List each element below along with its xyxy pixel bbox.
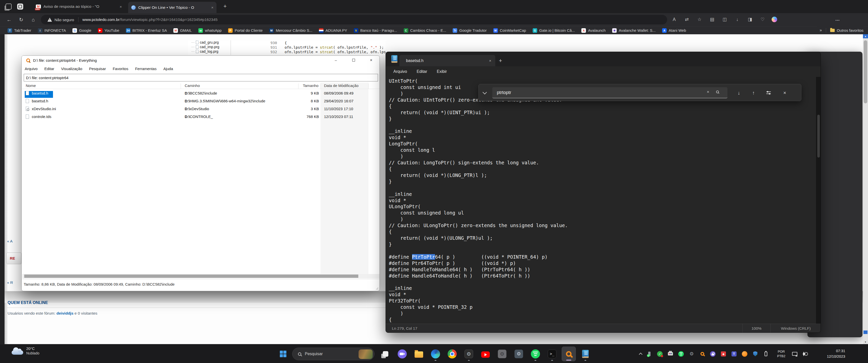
taskbar-terminal-icon[interactable]: >_ [545,346,559,361]
new-tab-button[interactable]: + [221,3,228,10]
scrollbar-thumb[interactable] [24,274,358,278]
workspaces-icon[interactable] [17,3,23,9]
taskbar-file-explorer-icon[interactable] [412,346,426,361]
tray-win-security-icon[interactable] [752,351,758,357]
maximize-button[interactable] [348,57,359,64]
tray-avast-icon[interactable] [741,351,748,357]
scroll-up-icon[interactable]: ▲ [863,34,868,38]
tray-usb-device-icon[interactable] [646,351,652,357]
clock-widget[interactable]: 07:3112/10/2023 [817,349,845,359]
editor-scrollbar[interactable] [816,77,821,324]
taskbar-spotify-icon[interactable] [528,346,542,361]
zoom-level[interactable]: 100% [743,326,770,331]
tray-antivirus-ok-icon[interactable]: ✓ [656,351,663,357]
favorites-star-icon[interactable]: ☆ [696,15,703,23]
menu-item-pesquisar[interactable]: Pesquisar [89,67,106,71]
column-header-nome[interactable]: Nome [26,84,36,88]
anchor-bottom-link[interactable]: « R [7,280,22,285]
home-icon[interactable]: ⌂ [30,16,37,23]
resize-grip[interactable] [376,287,378,290]
bookmark-item[interactable]: ◆Avalanche Wallet: S... [612,28,655,33]
menu-item-editar[interactable]: Editar [413,68,431,75]
scroll-down-icon[interactable]: ▼ [863,340,868,344]
column-header-data[interactable]: Data de Modificação [324,84,359,88]
bookmark-item[interactable]: AAvalaunch [581,28,606,33]
tab-close-icon[interactable]: × [489,59,491,63]
menu-item-ajuda[interactable]: Ajuda [163,67,173,71]
menu-item-exibir[interactable]: Exibir [433,68,451,75]
close-button[interactable]: × [365,57,377,64]
tray-spotify-tray-icon[interactable] [678,351,684,357]
tab-close-icon[interactable]: × [211,5,214,9]
tray-everything-tray-icon[interactable] [699,351,706,357]
column-header-caminho[interactable]: Caminho [185,84,200,88]
search-highlight-image[interactable] [359,350,373,359]
volume-icon[interactable] [803,352,808,357]
extensions-icon[interactable]: ◨ [746,15,753,23]
bookmark-item[interactable]: GGoogle [72,28,91,33]
bookmark-item[interactable]: MCoinMarketCap [493,28,526,33]
menu-item-arquivo[interactable]: Arquivo [390,68,410,75]
tray-gray-tool-icon[interactable]: ⚙ [688,351,695,357]
copilot-icon[interactable] [772,16,777,22]
back-icon[interactable]: ← [5,16,12,23]
weather-widget[interactable]: 20°C Nublado [11,346,39,355]
tree-file-item[interactable]: cad_gru.prg [191,40,219,44]
taskbar-youtube-icon[interactable] [478,346,493,361]
translate-icon[interactable]: ⇄ [683,15,690,23]
taskbar-everything-icon[interactable] [562,346,576,361]
bookmark-item[interactable]: GGate.io | Bitcoin Câ... [533,28,575,33]
menu-item-ferramentas[interactable]: Ferramentas [135,67,156,71]
tray-vpn-lock-icon[interactable] [710,351,716,357]
find-field[interactable]: × [492,87,727,98]
browser-essentials-icon[interactable]: ♡ [759,15,766,23]
horizontal-scrollbar[interactable] [22,274,379,278]
chevron-down-icon[interactable] [483,91,486,94]
bookmarks-overflow-icon[interactable]: » [819,28,822,33]
minimize-button[interactable]: – [330,57,342,64]
reply-button[interactable]: RE [6,253,22,264]
tray-usb-drive-icon[interactable] [763,351,769,357]
anchor-top-link[interactable]: « A [7,239,22,243]
refresh-icon[interactable]: ↻ [18,16,25,23]
bookmark-item[interactable]: AAtani Web [662,28,686,33]
table-row[interactable]: basetsd.hD:\BCC582\include9 KB08/09/2006… [22,90,380,97]
editor-text-area[interactable]: UIntToPtr( const unsigned int ui )// Cau… [386,77,816,324]
notepad-title-bar[interactable]: basetsd.h × + [386,52,820,66]
page-scrollbar[interactable]: ▲ ▼ [863,34,868,344]
bookmark-item[interactable]: TTabTrader [7,28,31,33]
taskbar-settings-gray-icon[interactable]: ⚙ [495,346,509,361]
tab-close-icon[interactable]: × [120,4,122,9]
tab-layers-icon[interactable] [5,3,11,9]
scrollbar-thumb[interactable] [817,115,820,158]
bookmark-item[interactable]: ItBanco Itaú - Paragu... [354,28,397,33]
table-row[interactable]: xDevStudio.iniD:\xDevStudio3 KB11/10/202… [22,105,380,113]
tray-teams-icon[interactable]: T [731,351,737,357]
start-button[interactable] [277,348,289,360]
taskbar-video-call-icon[interactable] [395,346,409,361]
taskbar-notepad-icon[interactable] [578,346,592,361]
hidden-icons-chevron-icon[interactable] [639,353,643,356]
split-screen-icon[interactable]: ◫ [721,15,728,23]
taskbar-edge-icon[interactable] [429,346,442,361]
bookmark-item[interactable]: CCambios Chaco - E... [404,28,446,33]
read-aloud-icon[interactable]: A [671,15,678,23]
browser-tab-inactive[interactable]: M100+ Aviso de resposta ao tópico - "O × [33,0,125,13]
collections-icon[interactable]: ▤ [709,15,716,23]
bookmark-item[interactable]: ADUANA PY [319,28,347,33]
menu-item-arquivo[interactable]: Arquivo [25,67,38,71]
bookmark-item[interactable]: iINFONECTA [38,28,66,33]
tray-red-app-icon[interactable]: ◆ [720,351,727,357]
menu-item-favoritos[interactable]: Favoritos [113,67,128,71]
downloads-icon[interactable]: ↓ [734,15,741,23]
find-next-icon[interactable]: ↓ [734,88,744,98]
line-ending[interactable]: Windows (CRLF) [771,326,821,331]
taskbar-chrome-icon[interactable] [445,346,459,361]
clear-icon[interactable]: × [707,90,709,95]
other-favorites[interactable]: Outros favoritos [830,28,864,33]
bookmark-item[interactable]: MGMAIL [173,28,192,33]
bookmark-item[interactable]: MMercosur Câmbio S... [269,28,312,33]
table-row[interactable]: basetsd.hD:\HMG.3.5\MINGW\i686-w64-mingw… [22,97,380,105]
menu-item-editar[interactable]: Editar [44,67,54,71]
find-input[interactable] [497,87,694,98]
